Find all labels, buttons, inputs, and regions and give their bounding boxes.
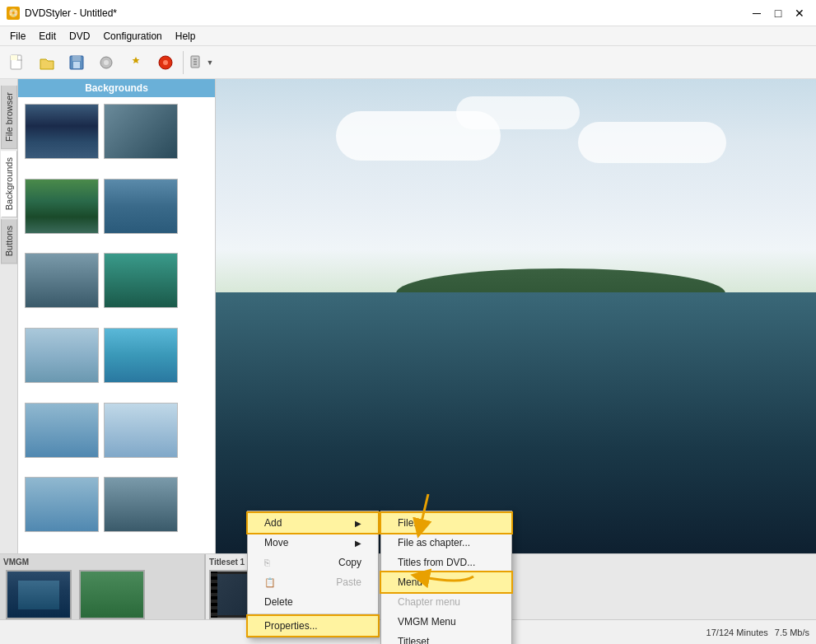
save-button[interactable] <box>63 49 91 77</box>
bg-thumb-8[interactable] <box>104 328 178 383</box>
sky <box>216 79 816 292</box>
close-button[interactable]: ✕ <box>790 3 809 23</box>
bg-thumb-11[interactable] <box>25 477 99 532</box>
svg-rect-3 <box>72 56 81 61</box>
bg-thumb-6[interactable] <box>104 253 178 308</box>
ocean-scene <box>216 79 816 553</box>
menu-bar: File Edit DVD Configuration Help <box>0 26 816 46</box>
burn-button[interactable] <box>152 49 180 77</box>
bg-thumb-1[interactable] <box>25 104 99 159</box>
toolbar: ▼ <box>0 46 816 79</box>
bg-thumb-10[interactable] <box>104 403 178 458</box>
svg-rect-1 <box>11 55 17 60</box>
panel-header: Backgrounds <box>18 79 215 97</box>
app-icon: 📀 <box>7 7 20 20</box>
sidebar-tabs: File browser Backgrounds Buttons <box>0 79 18 553</box>
title-1-image <box>209 570 275 619</box>
settings-button[interactable] <box>122 49 150 77</box>
svg-rect-4 <box>73 62 80 68</box>
add-arrow-icon: ▼ <box>207 58 214 67</box>
menu-file[interactable]: File <box>3 29 32 44</box>
vts-label: VTS <box>278 570 296 581</box>
menu-dvd[interactable]: DVD <box>63 29 96 44</box>
status-time: 17/124 Minutes <box>706 628 768 637</box>
svg-point-6 <box>104 60 109 65</box>
window-title: DVDStyler - Untitled* <box>25 7 117 19</box>
properties-button[interactable] <box>92 49 120 77</box>
menu-edit[interactable]: Edit <box>32 29 63 44</box>
minimize-button[interactable]: ─ <box>747 3 767 23</box>
menu-2-image <box>79 570 145 619</box>
bg-thumb-4[interactable] <box>104 179 178 234</box>
menu-configuration[interactable]: Configuration <box>96 29 168 44</box>
cloud-2 <box>456 96 580 129</box>
vmgm-label: VMGM <box>3 558 201 567</box>
open-button[interactable] <box>33 49 61 77</box>
project-area: VMGM Menu 1 Menu 2 <box>0 553 816 644</box>
backgrounds-panel: Backgrounds <box>18 79 216 553</box>
bg-thumb-2[interactable] <box>104 104 178 159</box>
bg-thumb-9[interactable] <box>25 403 99 458</box>
menu-help[interactable]: Help <box>169 29 203 44</box>
project-sections: VMGM Menu 1 Menu 2 <box>0 554 816 644</box>
sidebar-tab-backgrounds[interactable]: Backgrounds <box>1 151 17 217</box>
window-controls: ─ □ ✕ <box>747 3 809 23</box>
bg-thumb-12[interactable] <box>104 477 178 532</box>
sidebar-tab-buttons[interactable]: Buttons <box>1 219 17 264</box>
titleset-header: Titleset 1 <box>209 558 813 570</box>
status-bitrate: 7.5 Mb/s <box>775 628 809 637</box>
toolbar-separator <box>183 51 184 74</box>
panel-content <box>18 97 215 553</box>
titleset-label: Titleset 1 <box>209 558 245 567</box>
add-button[interactable]: ▼ <box>187 49 215 77</box>
menu-1-image <box>6 570 72 619</box>
water <box>216 292 816 553</box>
svg-point-8 <box>163 60 168 65</box>
bg-thumb-5[interactable] <box>25 253 99 308</box>
bg-thumb-7[interactable] <box>25 328 99 383</box>
title-bar: 📀 DVDStyler - Untitled* ─ □ ✕ <box>0 0 816 26</box>
canvas-area <box>216 79 816 553</box>
maximize-button[interactable]: □ <box>768 3 788 23</box>
new-button[interactable] <box>3 49 31 77</box>
cloud-3 <box>578 122 726 163</box>
sidebar-tab-file-browser[interactable]: File browser <box>1 86 17 149</box>
bg-thumb-3[interactable] <box>25 179 99 234</box>
